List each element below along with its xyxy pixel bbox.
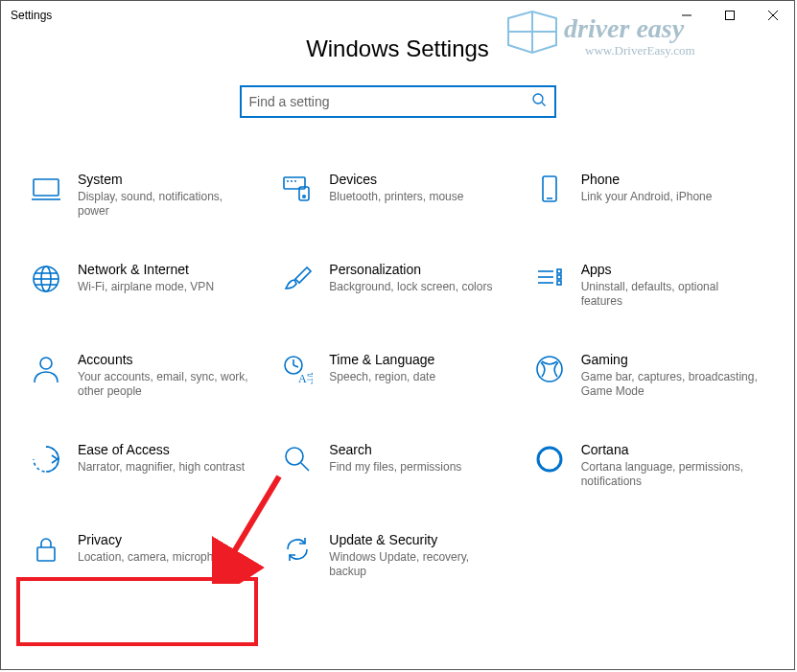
xbox-icon bbox=[533, 353, 566, 385]
svg-rect-6 bbox=[34, 179, 59, 196]
category-title: Gaming bbox=[581, 351, 758, 368]
search-wrap bbox=[1, 85, 794, 118]
settings-window: Settings Windows Settings bbox=[0, 0, 795, 670]
minimize-button[interactable] bbox=[665, 1, 708, 30]
svg-rect-25 bbox=[557, 275, 561, 279]
maximize-button[interactable] bbox=[708, 1, 751, 30]
category-title: Cortana bbox=[581, 441, 758, 458]
brush-icon bbox=[281, 263, 314, 295]
category-desc: Uninstall, defaults, optional features bbox=[581, 280, 758, 309]
category-desc: Link your Android, iPhone bbox=[581, 190, 758, 204]
svg-rect-14 bbox=[543, 176, 556, 201]
category-desc: Bluetooth, printers, mouse bbox=[329, 190, 505, 204]
category-desc: Your accounts, email, sync, work, other … bbox=[78, 370, 254, 399]
category-title: Update & Security bbox=[329, 531, 505, 548]
category-title: Search bbox=[329, 441, 505, 458]
svg-rect-26 bbox=[557, 281, 561, 285]
category-system[interactable]: System Display, sound, notifications, po… bbox=[30, 171, 262, 219]
category-title: Privacy bbox=[78, 531, 254, 548]
time-language-icon: A字 bbox=[281, 353, 314, 385]
svg-text:A字: A字 bbox=[298, 372, 313, 384]
category-title: System bbox=[78, 171, 254, 188]
svg-point-32 bbox=[537, 357, 562, 382]
category-privacy[interactable]: Privacy Location, camera, microphone bbox=[30, 531, 262, 579]
category-desc: Game bar, captures, broadcasting, Game M… bbox=[581, 370, 758, 399]
category-title: Apps bbox=[581, 261, 758, 278]
search-box[interactable] bbox=[240, 85, 556, 118]
category-desc: Location, camera, microphone bbox=[78, 550, 254, 565]
svg-rect-36 bbox=[37, 547, 55, 561]
category-cortana[interactable]: Cortana Cortana language, permissions, n… bbox=[533, 441, 765, 489]
cortana-icon bbox=[533, 443, 566, 475]
category-personalization[interactable]: Personalization Background, lock screen,… bbox=[281, 261, 513, 309]
svg-line-5 bbox=[542, 103, 546, 106]
category-title: Personalization bbox=[329, 261, 505, 278]
svg-point-4 bbox=[533, 94, 543, 104]
category-title: Ease of Access bbox=[78, 441, 254, 458]
ease-of-access-icon bbox=[30, 443, 62, 475]
window-controls bbox=[665, 1, 794, 30]
settings-grid: System Display, sound, notifications, po… bbox=[1, 118, 794, 608]
maximize-icon bbox=[725, 11, 735, 20]
globe-icon bbox=[30, 263, 62, 295]
category-desc: Wi-Fi, airplane mode, VPN bbox=[78, 280, 254, 294]
search-input[interactable] bbox=[249, 94, 531, 109]
category-title: Network & Internet bbox=[78, 261, 254, 278]
category-title: Accounts bbox=[78, 351, 254, 368]
svg-point-35 bbox=[538, 448, 561, 471]
category-accounts[interactable]: Accounts Your accounts, email, sync, wor… bbox=[30, 351, 262, 399]
lock-icon bbox=[30, 533, 62, 566]
category-devices[interactable]: Devices Bluetooth, printers, mouse bbox=[281, 171, 513, 219]
category-desc: Background, lock screen, colors bbox=[329, 280, 505, 294]
close-button[interactable] bbox=[751, 1, 794, 30]
magnifier-icon bbox=[281, 443, 314, 475]
category-network[interactable]: Network & Internet Wi-Fi, airplane mode,… bbox=[30, 261, 262, 309]
svg-rect-24 bbox=[557, 269, 561, 273]
system-icon bbox=[30, 173, 62, 205]
category-phone[interactable]: Phone Link your Android, iPhone bbox=[533, 171, 765, 219]
category-apps[interactable]: Apps Uninstall, defaults, optional featu… bbox=[533, 261, 765, 309]
close-icon bbox=[768, 11, 778, 20]
svg-point-27 bbox=[40, 358, 52, 369]
devices-icon bbox=[281, 173, 314, 205]
category-title: Phone bbox=[581, 171, 758, 188]
search-icon bbox=[531, 92, 547, 111]
category-desc: Find my files, permissions bbox=[329, 460, 505, 475]
minimize-icon bbox=[682, 11, 692, 20]
category-desc: Display, sound, notifications, power bbox=[78, 190, 254, 219]
apps-icon bbox=[533, 263, 566, 295]
svg-line-30 bbox=[293, 365, 298, 367]
phone-icon bbox=[533, 173, 566, 205]
page-title: Windows Settings bbox=[1, 35, 794, 62]
window-title: Settings bbox=[11, 9, 52, 22]
svg-point-33 bbox=[286, 448, 303, 465]
category-desc: Cortana language, permissions, notificat… bbox=[581, 460, 758, 489]
category-title: Time & Language bbox=[329, 351, 505, 368]
category-search[interactable]: Search Find my files, permissions bbox=[281, 441, 513, 489]
svg-point-13 bbox=[303, 196, 305, 197]
category-time-language[interactable]: A字 Time & Language Speech, region, date bbox=[281, 351, 513, 399]
category-desc: Windows Update, recovery, backup bbox=[329, 550, 505, 579]
svg-rect-1 bbox=[725, 12, 734, 20]
category-title: Devices bbox=[329, 171, 505, 188]
category-ease-of-access[interactable]: Ease of Access Narrator, magnifier, high… bbox=[30, 441, 262, 489]
person-icon bbox=[30, 353, 62, 385]
svg-line-34 bbox=[301, 463, 309, 471]
titlebar: Settings bbox=[1, 1, 794, 30]
update-icon bbox=[281, 533, 314, 566]
category-desc: Speech, region, date bbox=[329, 370, 505, 384]
category-update-security[interactable]: Update & Security Windows Update, recove… bbox=[281, 531, 513, 579]
category-desc: Narrator, magnifier, high contrast bbox=[78, 460, 254, 475]
category-gaming[interactable]: Gaming Game bar, captures, broadcasting,… bbox=[533, 351, 765, 399]
